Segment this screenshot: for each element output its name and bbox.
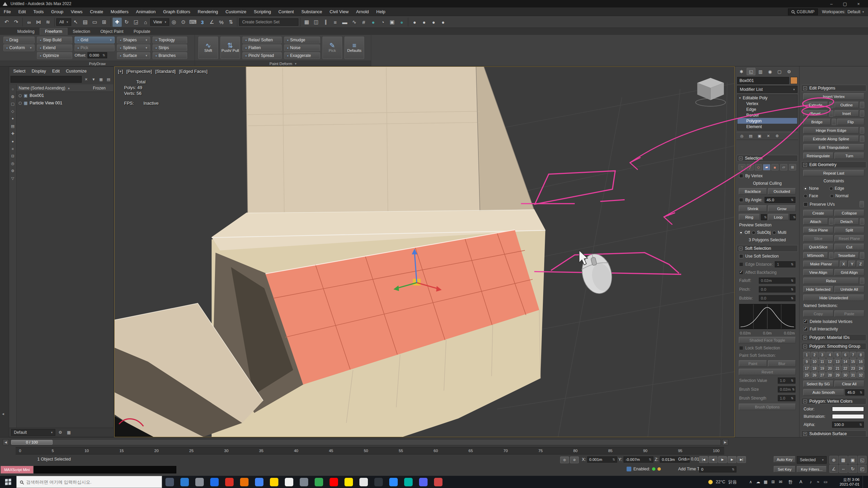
key-filters-button[interactable]: Key Filters... xyxy=(797,466,827,472)
tab-modeling[interactable]: Modeling xyxy=(12,28,40,35)
strips-button[interactable]: Strips xyxy=(153,44,187,51)
grid-align-button[interactable]: Grid Align xyxy=(834,269,865,276)
insert-vertex-button[interactable]: Insert Vertex xyxy=(803,93,864,100)
render-production-icon[interactable]: ● xyxy=(397,18,406,27)
preserve-uvs-checkbox[interactable] xyxy=(804,202,808,206)
attach-button[interactable]: Attach xyxy=(803,218,828,225)
tray-chevron-icon[interactable]: ∧ xyxy=(748,480,754,484)
maxscript-mini-listener-label[interactable]: MAXScript Mini xyxy=(1,466,33,473)
clear-search-icon[interactable]: ✕ xyxy=(83,76,90,83)
menu-item[interactable]: Animation xyxy=(132,7,159,16)
notification-center-button[interactable] xyxy=(863,476,867,488)
orbit-icon[interactable]: ↻ xyxy=(848,465,857,473)
taskbar-app-5[interactable] xyxy=(222,476,237,488)
drag-button[interactable]: Drag xyxy=(3,37,35,43)
menu-item[interactable]: Modifiers xyxy=(107,7,132,16)
revert-button[interactable]: Revert xyxy=(739,369,796,375)
sphere-icon-4[interactable]: ● xyxy=(438,18,448,27)
exaggerate-button[interactable]: Exaggerate xyxy=(284,52,320,59)
explorer-menu-item[interactable]: Edit xyxy=(50,67,62,75)
edge-distance-spinner[interactable]: 1 xyxy=(775,261,795,267)
edit-triangulation-button[interactable]: Edit Triangulation xyxy=(803,144,864,150)
taskbar-app-9[interactable] xyxy=(281,476,296,488)
smoothing-group-button[interactable]: 14 xyxy=(842,359,849,365)
pinch-spinner[interactable]: 0.0 xyxy=(759,286,795,292)
stack-element[interactable]: Element xyxy=(737,124,797,129)
maxscript-mini-listener-input[interactable] xyxy=(34,466,176,473)
loop-button[interactable]: Loop xyxy=(768,214,789,220)
edit-polygons-rollout-header[interactable]: Edit Polygons xyxy=(801,85,866,92)
list-item[interactable]: ▣ Box001 xyxy=(17,92,113,99)
tessellate-settings-icon[interactable] xyxy=(860,252,864,259)
explorer-grid-icon[interactable]: ▦ xyxy=(65,429,72,436)
defaults-button[interactable]: Defaults xyxy=(344,37,364,59)
subdivision-surface-rollout-header[interactable]: Subdivision Surface xyxy=(801,430,866,437)
display-geometry-icon[interactable]: ▢ xyxy=(10,101,16,106)
display-materials-icon[interactable]: ● xyxy=(10,139,16,144)
vertex-color-swatch[interactable] xyxy=(832,407,864,411)
sphere-icon-1[interactable]: ● xyxy=(410,18,419,27)
show-end-result-icon[interactable]: ▤ xyxy=(747,133,754,139)
stack-vertex[interactable]: Vertex xyxy=(737,101,797,106)
smoothing-group-button[interactable]: 9 xyxy=(803,359,810,365)
planar-z-button[interactable]: Z xyxy=(857,261,864,267)
clear-all-button[interactable]: Clear All xyxy=(834,381,865,387)
cut-button[interactable]: Cut xyxy=(834,244,865,250)
select-and-move-icon[interactable]: ✚ xyxy=(113,18,122,27)
offset-spinner[interactable]: 0.000 xyxy=(87,52,107,58)
polygon-mode-icon[interactable]: ▰ xyxy=(763,164,770,170)
by-angle-checkbox[interactable] xyxy=(739,198,743,202)
current-frame-field[interactable]: 0 xyxy=(699,466,736,472)
set-key-filter-dropdown[interactable]: Selected▾ xyxy=(797,456,827,464)
taskbar-app-19[interactable] xyxy=(431,476,446,488)
pin-stack-icon[interactable]: ◎ xyxy=(738,133,746,139)
auto-smooth-spinner[interactable]: 45.0 xyxy=(845,389,864,395)
smoothing-group-button[interactable]: 21 xyxy=(834,365,841,371)
sphere-icon-2[interactable]: ● xyxy=(419,18,429,27)
menu-item[interactable]: Graph Editors xyxy=(159,7,194,16)
layer-explorer-icon[interactable]: ≡ xyxy=(331,18,340,27)
display-none-icon[interactable]: ○ xyxy=(10,86,16,92)
alpha-spinner[interactable]: 100.0 xyxy=(832,422,864,428)
falloff-spinner[interactable]: 0.02m xyxy=(759,278,795,284)
frozen-column-header[interactable]: Frozen xyxy=(93,86,111,90)
curve-editor-icon[interactable]: ∿ xyxy=(350,18,359,27)
surface-button[interactable]: Surface xyxy=(117,52,150,59)
taskbar-app-16[interactable] xyxy=(386,476,401,488)
use-soft-selection-checkbox[interactable] xyxy=(739,254,743,258)
display-cameras-icon[interactable]: ▤ xyxy=(10,124,16,129)
weather-temperature[interactable]: 22°C xyxy=(716,480,725,484)
copy-button[interactable]: Copy xyxy=(803,310,833,317)
splines-button[interactable]: Splines xyxy=(117,44,150,51)
border-mode-icon[interactable]: ◇ xyxy=(755,164,762,170)
select-and-manipulate-icon[interactable]: ⊙ xyxy=(179,18,188,27)
auto-key-button[interactable]: Auto Key xyxy=(774,456,795,463)
smoothing-group-button[interactable]: 22 xyxy=(842,365,849,371)
modify-tab-icon[interactable]: ◱ xyxy=(747,68,755,75)
undo-icon[interactable]: ↶ xyxy=(2,18,11,27)
minimize-button[interactable]: – xyxy=(825,0,838,7)
shrink-button[interactable]: Shrink xyxy=(739,205,767,212)
soft-selection-rollout-header[interactable]: Soft Selection xyxy=(737,245,798,252)
constraint-face-radio[interactable] xyxy=(804,194,807,198)
smoothing-group-button[interactable]: 23 xyxy=(850,365,857,371)
mail-icon[interactable]: ✉ xyxy=(777,480,784,484)
flatten-button[interactable]: Flatten xyxy=(242,44,282,51)
taskbar-app-11[interactable] xyxy=(311,476,326,488)
relax-button[interactable]: Relax xyxy=(803,278,859,284)
bevel-button[interactable]: Bevel xyxy=(803,110,828,117)
filter-icon[interactable]: ▽ xyxy=(10,176,16,181)
paint-deform-group-label[interactable]: Paint Deform▾ xyxy=(195,61,371,66)
extrude-along-spline-settings-icon[interactable] xyxy=(860,136,864,142)
collapse-button[interactable]: Collapse xyxy=(834,210,865,216)
zoom-all-icon[interactable]: ▦ xyxy=(839,456,848,464)
sphere-icon-3[interactable]: ● xyxy=(429,18,438,27)
smoothing-group-button[interactable]: 17 xyxy=(803,365,810,371)
menu-item[interactable]: Group xyxy=(47,7,67,16)
bevel-settings-icon[interactable] xyxy=(829,110,833,117)
msmooth-settings-icon[interactable] xyxy=(829,252,833,259)
by-angle-spinner[interactable]: 45.0 xyxy=(765,197,795,203)
workspaces-dropdown[interactable]: Workspaces: Default ▾ xyxy=(822,9,864,14)
max-search-box[interactable]: CGBUMP xyxy=(788,8,818,15)
smoothing-group-button[interactable]: 5 xyxy=(834,352,841,358)
